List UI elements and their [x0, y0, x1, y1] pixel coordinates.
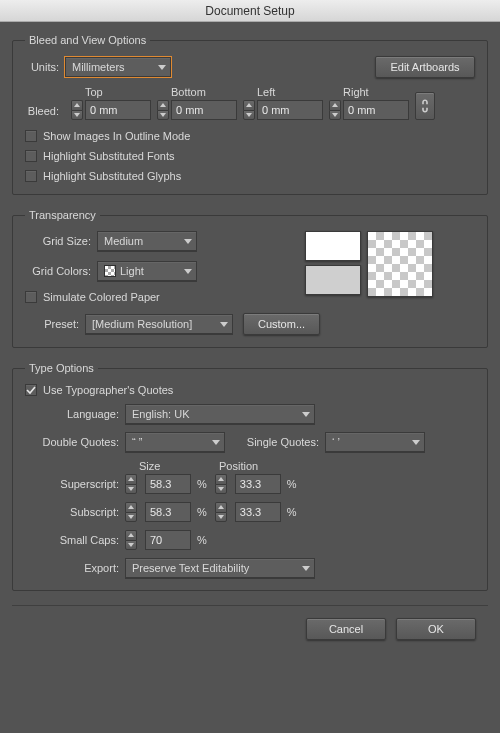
type-options-group: Type Options Use Typographer's Quotes La… [12, 362, 488, 591]
transparency-preview [367, 231, 433, 297]
type-options-legend: Type Options [25, 362, 98, 374]
percent-label: % [197, 506, 207, 518]
grid-colors-label: Grid Colors: [25, 265, 97, 277]
link-icon [420, 98, 430, 114]
language-value: English: UK [132, 408, 189, 420]
chevron-down-icon [412, 440, 420, 445]
typographers-quotes-checkbox[interactable]: Use Typographer's Quotes [25, 384, 173, 396]
language-label: Language: [25, 408, 125, 420]
bleed-top-input[interactable]: 0 mm [85, 100, 151, 120]
typographers-quotes-label: Use Typographer's Quotes [43, 384, 173, 396]
swatch-gray[interactable] [305, 265, 361, 295]
cancel-button[interactable]: Cancel [306, 618, 386, 640]
superscript-size-input[interactable]: 58.3 [145, 474, 191, 494]
chevron-down-icon [184, 239, 192, 244]
swatch-white[interactable] [305, 231, 361, 261]
superscript-pos-stepper[interactable] [215, 474, 227, 494]
bleed-bottom-header: Bottom [157, 86, 237, 100]
ok-button[interactable]: OK [396, 618, 476, 640]
superscript-pos-input[interactable]: 33.3 [235, 474, 281, 494]
highlight-fonts-label: Highlight Substituted Fonts [43, 150, 174, 162]
smallcaps-stepper[interactable] [125, 530, 137, 550]
grid-color-swatches [305, 231, 361, 303]
bleed-top-stepper[interactable] [71, 100, 83, 120]
bleed-label: Bleed: [25, 105, 65, 120]
bleed-right-input[interactable]: 0 mm [343, 100, 409, 120]
grid-size-label: Grid Size: [25, 235, 97, 247]
position-header: Position [205, 460, 305, 472]
chevron-down-icon [184, 269, 192, 274]
title-bar: Document Setup [0, 0, 500, 22]
bleed-bottom-stepper[interactable] [157, 100, 169, 120]
export-label: Export: [25, 562, 125, 574]
simulate-paper-label: Simulate Colored Paper [43, 291, 160, 303]
single-quotes-value: ‘ ’ [332, 436, 340, 448]
subscript-label: Subscript: [25, 506, 125, 518]
preset-select[interactable]: [Medium Resolution] [85, 314, 233, 334]
double-quotes-select[interactable]: “ ” [125, 432, 225, 452]
bleed-left-stepper[interactable] [243, 100, 255, 120]
grid-colors-select[interactable]: Light [97, 261, 197, 281]
chevron-down-icon [212, 440, 220, 445]
superscript-size-stepper[interactable] [125, 474, 137, 494]
checker-swatch-icon [104, 265, 116, 277]
single-quotes-select[interactable]: ‘ ’ [325, 432, 425, 452]
size-header: Size [125, 460, 205, 472]
preset-label: Preset: [25, 318, 85, 330]
window-title: Document Setup [205, 4, 294, 18]
chevron-down-icon [302, 412, 310, 417]
show-images-label: Show Images In Outline Mode [43, 130, 190, 142]
highlight-glyphs-label: Highlight Substituted Glyphs [43, 170, 181, 182]
highlight-fonts-checkbox[interactable]: Highlight Substituted Fonts [25, 150, 174, 162]
bleed-link-button[interactable] [415, 92, 435, 120]
smallcaps-label: Small Caps: [25, 534, 125, 546]
grid-colors-value: Light [120, 265, 178, 277]
chevron-down-icon [302, 566, 310, 571]
simulate-paper-checkbox[interactable]: Simulate Colored Paper [25, 291, 160, 303]
double-quotes-value: “ ” [132, 436, 142, 448]
bleed-view-group: Bleed and View Options Units: Millimeter… [12, 34, 488, 195]
custom-button[interactable]: Custom... [243, 313, 320, 335]
double-quotes-label: Double Quotes: [25, 436, 125, 448]
bleed-left-header: Left [243, 86, 323, 100]
subscript-pos-stepper[interactable] [215, 502, 227, 522]
transparency-group: Transparency Grid Size: Medium Grid Colo… [12, 209, 488, 348]
superscript-label: Superscript: [25, 478, 125, 490]
chevron-down-icon [220, 322, 228, 327]
highlight-glyphs-checkbox[interactable]: Highlight Substituted Glyphs [25, 170, 181, 182]
bleed-bottom-input[interactable]: 0 mm [171, 100, 237, 120]
bleed-top-header: Top [71, 86, 151, 100]
units-select[interactable]: Millimeters [65, 57, 171, 77]
subscript-size-input[interactable]: 58.3 [145, 502, 191, 522]
language-select[interactable]: English: UK [125, 404, 315, 424]
percent-label: % [287, 478, 297, 490]
dialog-footer: Cancel OK [12, 605, 488, 640]
grid-size-select[interactable]: Medium [97, 231, 197, 251]
export-select[interactable]: Preserve Text Editability [125, 558, 315, 578]
subscript-size-stepper[interactable] [125, 502, 137, 522]
bleed-right-stepper[interactable] [329, 100, 341, 120]
bleed-legend: Bleed and View Options [25, 34, 150, 46]
export-value: Preserve Text Editability [132, 562, 249, 574]
subscript-pos-input[interactable]: 33.3 [235, 502, 281, 522]
percent-label: % [197, 478, 207, 490]
preset-value: [Medium Resolution] [92, 318, 192, 330]
units-label: Units: [25, 61, 65, 73]
percent-label: % [197, 534, 207, 546]
chevron-down-icon [158, 65, 166, 70]
percent-label: % [287, 506, 297, 518]
single-quotes-label: Single Quotes: [225, 436, 325, 448]
edit-artboards-button[interactable]: Edit Artboards [375, 56, 475, 78]
show-images-checkbox[interactable]: Show Images In Outline Mode [25, 130, 190, 142]
bleed-left-input[interactable]: 0 mm [257, 100, 323, 120]
grid-size-value: Medium [104, 235, 143, 247]
dialog-body: Bleed and View Options Units: Millimeter… [0, 22, 500, 646]
bleed-right-header: Right [329, 86, 409, 100]
transparency-legend: Transparency [25, 209, 100, 221]
units-value: Millimeters [72, 61, 125, 73]
smallcaps-input[interactable]: 70 [145, 530, 191, 550]
